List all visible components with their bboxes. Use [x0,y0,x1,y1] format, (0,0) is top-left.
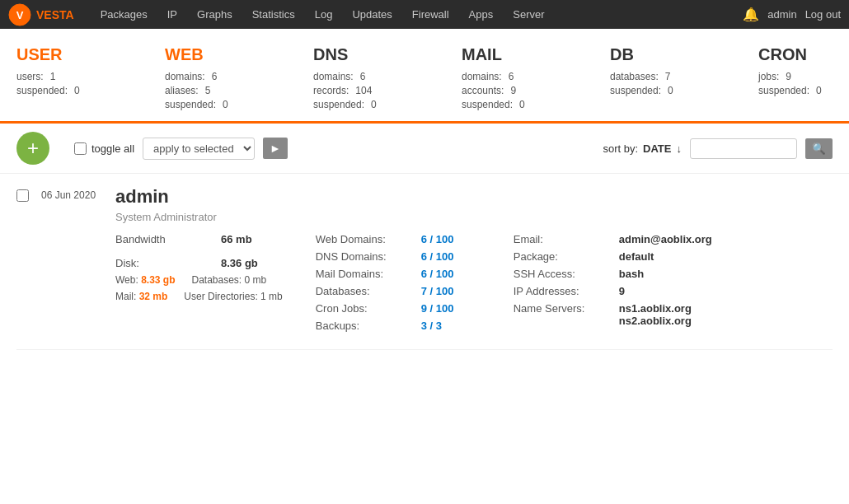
toolbar: + toggle all apply to selected suspend d… [0,124,849,174]
package-value: default [619,250,654,263]
email-row: Email: admin@aoblix.org [514,233,712,245]
stat-user-value-0: 1 [50,71,56,82]
stat-cron-row-1: suspended: 0 [758,85,849,96]
stat-user: USER users: 1 suspended: 0 [16,45,132,113]
cron-jobs-value: 9 / 100 [421,302,454,315]
stat-mail-label-1: accounts: [462,85,504,96]
stat-mail-row-0: domains: 6 [462,71,577,82]
nav-statistics[interactable]: Statistics [242,0,305,29]
stat-dns-label-2: suspended: [313,99,364,110]
stat-db-value-0: 7 [665,71,671,82]
package-row: Package: default [514,250,712,263]
nav-firewall[interactable]: Firewall [402,0,459,29]
user-info: admin System Administrator Bandwidth 66 … [115,186,833,337]
admin-label: admin [767,8,796,21]
stat-user-row-1: suspended: 0 [16,85,132,96]
stat-dns-row-2: suspended: 0 [313,99,429,110]
search-button[interactable]: 🔍 [805,138,833,159]
stat-cron-label-1: suspended: [758,85,809,96]
search-input[interactable] [690,138,797,159]
ssh-row: SSH Access: bash [514,268,712,280]
nav-apps[interactable]: Apps [459,0,504,29]
nav-right: 🔔 admin Log out [743,7,841,22]
stat-db-value-1: 0 [668,85,673,96]
stat-db-row-0: databases: 7 [610,71,725,82]
nav-graphs[interactable]: Graphs [187,0,242,29]
backups-row: Backups: 3 / 3 [316,320,481,332]
bell-icon[interactable]: 🔔 [743,7,759,22]
toggle-all-label: toggle all [91,142,134,155]
dns-domains-label: DNS Domains: [316,250,415,263]
detail-group-domains: Web Domains: 6 / 100 DNS Domains: 6 / 10… [316,233,481,337]
stat-dns-title: DNS [313,45,429,64]
stat-user-row-0: users: 1 [16,71,132,82]
ssh-value: bash [619,268,644,280]
email-label: Email: [514,233,612,245]
stat-dns-value-1: 104 [355,85,372,96]
stat-web-label-0: domains: [165,71,205,82]
bandwidth-row: Bandwidth 66 mb [115,233,283,245]
logo[interactable]: V VESTA [8,3,74,26]
nav-ip[interactable]: IP [157,0,187,29]
stat-web-title: WEB [165,45,280,64]
sub-details-2: Mail: 32 mb User Directories: 1 mb [115,291,283,302]
web-sub: Web: 8.33 gb [115,274,175,286]
toggle-all-area: toggle all [74,142,134,155]
disk-row: Disk: 8.36 gb [115,257,283,269]
cron-jobs-row: Cron Jobs: 9 / 100 [316,302,481,315]
stat-mail-row-2: suspended: 0 [462,99,577,110]
sort-value: DATE [643,142,671,155]
stat-dns: DNS domains: 6 records: 104 suspended: 0 [313,45,429,113]
apply-select[interactable]: apply to selected suspend delete [143,138,255,160]
dns-domains-value: 6 / 100 [421,250,454,263]
stat-web-value-1: 5 [205,85,211,96]
user-details: Bandwidth 66 mb Disk: 8.36 gb Web: 8.33 … [115,233,833,337]
disk-label: Disk: [115,257,214,269]
web-domains-label: Web Domains: [316,233,415,245]
cron-jobs-label: Cron Jobs: [316,302,415,315]
navigation: V VESTA Packages IP Graphs Statistics Lo… [0,0,849,29]
stat-mail-value-1: 9 [510,85,516,96]
mail-domains-label: Mail Domains: [316,268,415,280]
stat-web-row-2: suspended: 0 [165,99,280,110]
stat-dns-row-1: records: 104 [313,85,429,96]
databases-value: 7 / 100 [421,285,454,297]
nav-updates[interactable]: Updates [342,0,401,29]
stat-db: DB databases: 7 suspended: 0 [610,45,725,113]
web-domains-value: 6 / 100 [421,233,454,245]
ns-label: Name Servers: [514,302,612,315]
stat-mail-value-0: 6 [509,71,514,82]
stat-cron-value-0: 9 [786,71,791,82]
stat-mail-label-2: suspended: [462,99,513,110]
nav-server[interactable]: Server [503,0,554,29]
stat-web-row-0: domains: 6 [165,71,280,82]
user-name[interactable]: admin [115,186,833,208]
user-date: 06 Jun 2020 [41,189,115,201]
nav-log[interactable]: Log [305,0,343,29]
ip-label: IP Addresses: [514,285,612,297]
apply-button[interactable]: ► [263,138,288,159]
sort-direction-icon: ↓ [677,142,682,155]
stat-mail: MAIL domains: 6 accounts: 9 suspended: 0 [462,45,577,113]
stat-cron-title: CRON [758,45,849,64]
ip-row: IP Addresses: 9 [514,285,712,297]
user-row-checkbox[interactable] [16,189,29,202]
disk-value: 8.36 gb [221,257,258,269]
add-user-button[interactable]: + [16,132,49,165]
mail-domains-value: 6 / 100 [421,268,454,280]
logout-button[interactable]: Log out [805,8,841,21]
nav-packages[interactable]: Packages [91,0,157,29]
stat-mail-label-0: domains: [462,71,502,82]
svg-text:V: V [16,9,24,21]
stat-web-row-1: aliases: 5 [165,85,280,96]
web-domains-row: Web Domains: 6 / 100 [316,233,481,245]
stat-db-label-0: databases: [610,71,659,82]
stat-mail-value-2: 0 [519,99,525,110]
ssh-label: SSH Access: [514,268,612,280]
stat-user-title: USER [16,45,132,64]
toggle-all-checkbox[interactable] [74,142,87,155]
stat-cron-value-1: 0 [816,85,822,96]
stat-web-label-1: aliases: [165,85,199,96]
bandwidth-label: Bandwidth [115,233,214,245]
stat-user-value-1: 0 [74,85,80,96]
